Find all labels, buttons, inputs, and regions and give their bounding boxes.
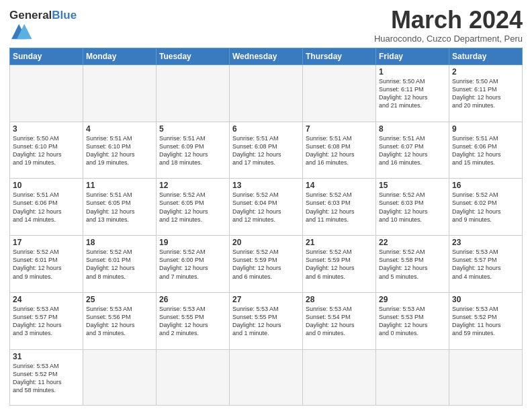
day-number: 4 [86, 124, 153, 134]
day-number: 2 [452, 67, 519, 77]
day-info: Sunrise: 5:52 AM Sunset: 6:03 PM Dayligh… [379, 191, 446, 224]
day-info: Sunrise: 5:50 AM Sunset: 6:10 PM Dayligh… [13, 134, 80, 167]
calendar-cell: 4Sunrise: 5:51 AM Sunset: 6:10 PM Daylig… [83, 122, 157, 179]
calendar-cell: 28Sunrise: 5:53 AM Sunset: 5:54 PM Dayli… [303, 293, 376, 350]
calendar-cell: 14Sunrise: 5:52 AM Sunset: 6:03 PM Dayli… [303, 179, 376, 236]
weekday-header-thursday: Thursday [303, 48, 376, 64]
day-info: Sunrise: 5:52 AM Sunset: 6:05 PM Dayligh… [159, 191, 226, 224]
weekday-header-sunday: Sunday [10, 48, 83, 64]
day-info: Sunrise: 5:53 AM Sunset: 5:55 PM Dayligh… [159, 305, 226, 338]
calendar-cell: 20Sunrise: 5:52 AM Sunset: 5:59 PM Dayli… [230, 236, 303, 293]
calendar-cell: 13Sunrise: 5:52 AM Sunset: 6:04 PM Dayli… [230, 179, 303, 236]
logo-icon [11, 22, 33, 41]
day-number: 28 [306, 295, 373, 304]
calendar-week-3: 10Sunrise: 5:51 AM Sunset: 6:06 PM Dayli… [10, 179, 523, 236]
day-info: Sunrise: 5:51 AM Sunset: 6:08 PM Dayligh… [232, 134, 300, 167]
calendar-cell: 9Sunrise: 5:51 AM Sunset: 6:06 PM Daylig… [449, 122, 523, 179]
calendar-cell [303, 349, 376, 405]
day-info: Sunrise: 5:52 AM Sunset: 5:58 PM Dayligh… [379, 248, 446, 281]
header: GeneralBlue March 2024 Huarocondo, Cuzco… [9, 7, 523, 44]
calendar-week-1: 1Sunrise: 5:50 AM Sunset: 6:11 PM Daylig… [10, 64, 523, 122]
logo-general: General [9, 9, 52, 21]
weekday-header-monday: Monday [83, 48, 157, 64]
calendar-cell: 21Sunrise: 5:52 AM Sunset: 5:59 PM Dayli… [303, 236, 376, 293]
calendar-cell: 7Sunrise: 5:51 AM Sunset: 6:08 PM Daylig… [303, 122, 376, 179]
day-info: Sunrise: 5:50 AM Sunset: 6:11 PM Dayligh… [379, 77, 446, 110]
calendar-cell: 1Sunrise: 5:50 AM Sunset: 6:11 PM Daylig… [376, 64, 449, 122]
calendar-cell: 22Sunrise: 5:52 AM Sunset: 5:58 PM Dayli… [376, 236, 449, 293]
calendar-table: SundayMondayTuesdayWednesdayThursdayFrid… [9, 48, 523, 406]
day-info: Sunrise: 5:51 AM Sunset: 6:06 PM Dayligh… [13, 191, 80, 224]
calendar-cell [83, 349, 157, 405]
calendar-cell: 23Sunrise: 5:53 AM Sunset: 5:57 PM Dayli… [449, 236, 523, 293]
day-number: 14 [306, 181, 373, 190]
calendar-cell: 3Sunrise: 5:50 AM Sunset: 6:10 PM Daylig… [10, 122, 83, 179]
day-number: 13 [232, 181, 300, 190]
weekday-header-tuesday: Tuesday [157, 48, 230, 64]
day-number: 8 [379, 124, 446, 134]
day-info: Sunrise: 5:53 AM Sunset: 5:56 PM Dayligh… [86, 305, 153, 338]
day-number: 5 [159, 124, 226, 134]
calendar-cell: 6Sunrise: 5:51 AM Sunset: 6:08 PM Daylig… [230, 122, 303, 179]
day-number: 21 [306, 238, 373, 247]
day-info: Sunrise: 5:51 AM Sunset: 6:08 PM Dayligh… [306, 134, 373, 167]
day-number: 31 [13, 352, 80, 361]
calendar-cell: 17Sunrise: 5:52 AM Sunset: 6:01 PM Dayli… [10, 236, 83, 293]
calendar-cell: 24Sunrise: 5:53 AM Sunset: 5:57 PM Dayli… [10, 293, 83, 350]
day-number: 1 [379, 67, 446, 77]
calendar-cell: 31Sunrise: 5:53 AM Sunset: 5:52 PM Dayli… [10, 349, 83, 405]
weekday-header-wednesday: Wednesday [230, 48, 303, 64]
day-info: Sunrise: 5:53 AM Sunset: 5:57 PM Dayligh… [13, 305, 80, 338]
day-info: Sunrise: 5:52 AM Sunset: 6:03 PM Dayligh… [306, 191, 373, 224]
day-info: Sunrise: 5:52 AM Sunset: 6:01 PM Dayligh… [13, 248, 80, 281]
day-number: 23 [452, 238, 519, 247]
calendar-week-5: 24Sunrise: 5:53 AM Sunset: 5:57 PM Dayli… [10, 293, 523, 350]
day-number: 9 [452, 124, 519, 134]
calendar-cell [303, 64, 376, 122]
page: GeneralBlue March 2024 Huarocondo, Cuzco… [0, 0, 532, 411]
weekday-header-friday: Friday [376, 48, 449, 64]
day-number: 19 [159, 238, 226, 247]
day-info: Sunrise: 5:53 AM Sunset: 5:53 PM Dayligh… [379, 305, 446, 338]
day-number: 22 [379, 238, 446, 247]
calendar-cell: 5Sunrise: 5:51 AM Sunset: 6:09 PM Daylig… [157, 122, 230, 179]
logo-blue: Blue [52, 9, 77, 21]
day-info: Sunrise: 5:52 AM Sunset: 6:02 PM Dayligh… [452, 191, 519, 224]
day-number: 24 [13, 295, 80, 304]
day-number: 15 [379, 181, 446, 190]
calendar-cell: 8Sunrise: 5:51 AM Sunset: 6:07 PM Daylig… [376, 122, 449, 179]
weekday-header-saturday: Saturday [449, 48, 523, 64]
calendar-cell: 25Sunrise: 5:53 AM Sunset: 5:56 PM Dayli… [83, 293, 157, 350]
calendar-cell: 27Sunrise: 5:53 AM Sunset: 5:55 PM Dayli… [230, 293, 303, 350]
day-info: Sunrise: 5:53 AM Sunset: 5:57 PM Dayligh… [452, 248, 519, 281]
calendar-week-6: 31Sunrise: 5:53 AM Sunset: 5:52 PM Dayli… [10, 349, 523, 405]
calendar-cell [376, 349, 449, 405]
logo: GeneralBlue [9, 9, 77, 44]
calendar-cell: 19Sunrise: 5:52 AM Sunset: 6:00 PM Dayli… [157, 236, 230, 293]
day-number: 16 [452, 181, 519, 190]
day-number: 3 [13, 124, 80, 134]
day-info: Sunrise: 5:51 AM Sunset: 6:07 PM Dayligh… [379, 134, 446, 167]
calendar-cell: 12Sunrise: 5:52 AM Sunset: 6:05 PM Dayli… [157, 179, 230, 236]
day-info: Sunrise: 5:51 AM Sunset: 6:09 PM Dayligh… [159, 134, 226, 167]
day-info: Sunrise: 5:52 AM Sunset: 5:59 PM Dayligh… [232, 248, 300, 281]
calendar-week-2: 3Sunrise: 5:50 AM Sunset: 6:10 PM Daylig… [10, 122, 523, 179]
calendar-cell [83, 64, 157, 122]
day-number: 25 [86, 295, 153, 304]
calendar-cell: 2Sunrise: 5:50 AM Sunset: 6:11 PM Daylig… [449, 64, 523, 122]
day-number: 12 [159, 181, 226, 190]
day-info: Sunrise: 5:51 AM Sunset: 6:10 PM Dayligh… [86, 134, 153, 167]
day-number: 10 [13, 181, 80, 190]
calendar-week-4: 17Sunrise: 5:52 AM Sunset: 6:01 PM Dayli… [10, 236, 523, 293]
day-info: Sunrise: 5:52 AM Sunset: 6:01 PM Dayligh… [86, 248, 153, 281]
calendar-cell [157, 349, 230, 405]
month-title: March 2024 [374, 7, 523, 34]
calendar-cell: 15Sunrise: 5:52 AM Sunset: 6:03 PM Dayli… [376, 179, 449, 236]
day-number: 11 [86, 181, 153, 190]
day-number: 26 [159, 295, 226, 304]
day-number: 30 [452, 295, 519, 304]
calendar-cell: 11Sunrise: 5:51 AM Sunset: 6:05 PM Dayli… [83, 179, 157, 236]
calendar-cell [230, 64, 303, 122]
day-info: Sunrise: 5:52 AM Sunset: 6:04 PM Dayligh… [232, 191, 300, 224]
day-number: 17 [13, 238, 80, 247]
